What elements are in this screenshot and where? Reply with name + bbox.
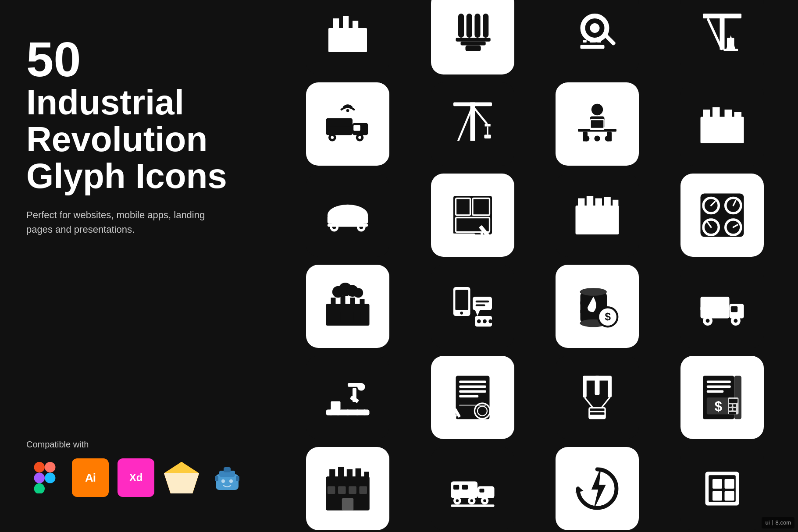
icon-lab-bottles (431, 0, 514, 74)
svg-rect-226 (712, 479, 722, 489)
svg-rect-148 (704, 300, 713, 309)
svg-point-15 (221, 479, 225, 483)
svg-rect-1 (45, 462, 55, 472)
svg-text:$: $ (714, 399, 722, 414)
svg-rect-119 (341, 296, 346, 306)
icon-cell-5-3 (539, 356, 656, 439)
svg-marker-223 (591, 467, 606, 511)
icon-smart-truck (306, 82, 389, 166)
svg-point-135 (488, 319, 492, 323)
svg-rect-85 (328, 224, 368, 227)
svg-rect-74 (734, 112, 741, 120)
svg-point-218 (470, 499, 473, 502)
icon-robotic-assembly (306, 356, 389, 439)
right-panel: $ (272, 0, 798, 532)
svg-rect-99 (578, 213, 585, 220)
svg-rect-98 (613, 200, 618, 208)
compatible-section: Compatible with Ai (26, 413, 246, 497)
icon-crane-cargo (556, 356, 639, 439)
svg-rect-59 (484, 135, 491, 138)
svg-rect-193 (729, 404, 732, 407)
svg-rect-186 (707, 381, 731, 383)
svg-rect-101 (597, 213, 605, 220)
svg-rect-227 (724, 479, 734, 489)
icon-cell-5-4: $ (664, 356, 781, 439)
icon-cell-1-1 (289, 0, 406, 74)
svg-rect-72 (712, 107, 720, 120)
illustrator-icon: Ai (72, 458, 109, 497)
svg-rect-192 (729, 399, 737, 403)
icon-cell-6-1 (289, 447, 406, 530)
svg-marker-9 (164, 462, 199, 473)
svg-rect-43 (723, 49, 738, 51)
svg-rect-128 (473, 297, 492, 310)
svg-rect-205 (328, 486, 335, 494)
svg-rect-30 (465, 46, 481, 51)
icon-cell-5-2 (414, 356, 531, 439)
svg-rect-100 (588, 213, 595, 220)
tool-icons-row: Ai Xd (26, 458, 246, 497)
svg-rect-23 (355, 38, 363, 47)
svg-rect-26 (474, 14, 480, 38)
svg-point-159 (362, 410, 367, 415)
svg-rect-71 (703, 110, 710, 119)
svg-point-60 (591, 104, 603, 115)
svg-rect-29 (460, 42, 485, 46)
svg-point-163 (357, 383, 365, 391)
icon-cell-1-3 (539, 0, 656, 74)
svg-marker-8 (164, 473, 199, 493)
svg-rect-149 (715, 300, 725, 309)
icon-partial-box (680, 447, 764, 530)
svg-rect-166 (459, 381, 486, 383)
svg-rect-123 (341, 312, 348, 322)
svg-point-137 (580, 288, 607, 296)
svg-rect-66 (591, 120, 604, 128)
svg-line-180 (602, 397, 610, 407)
svg-rect-214 (479, 489, 484, 493)
icon-mobile-iot (431, 265, 514, 348)
svg-point-69 (605, 135, 611, 141)
svg-rect-164 (331, 401, 341, 410)
compatible-label: Compatible with (26, 440, 246, 450)
svg-point-133 (477, 319, 481, 323)
icon-construction-crane (431, 82, 514, 166)
svg-point-68 (595, 135, 600, 141)
svg-rect-33 (603, 33, 616, 46)
svg-point-32 (590, 23, 600, 33)
icon-industrial-building (680, 82, 764, 166)
svg-point-127 (460, 312, 463, 315)
subtitle: Perfect for websites, mobile apps, landi… (26, 208, 228, 237)
icons-grid: $ (281, 0, 789, 532)
icon-cell-1-4 (664, 0, 781, 74)
svg-rect-25 (466, 14, 472, 38)
svg-rect-213 (462, 485, 468, 489)
svg-rect-118 (331, 298, 336, 306)
svg-point-16 (229, 479, 233, 483)
svg-rect-75 (702, 127, 711, 139)
svg-rect-178 (608, 378, 612, 397)
svg-rect-183 (590, 412, 605, 415)
icon-cell-2-2 (414, 82, 531, 166)
svg-point-151 (705, 319, 709, 323)
icon-cell-4-1 (289, 265, 406, 348)
icon-oil-price: $ (556, 265, 639, 348)
icon-tanker-train (306, 174, 389, 257)
icon-cell-2-3 (539, 82, 656, 166)
svg-point-49 (331, 136, 334, 139)
icon-contract (431, 356, 514, 439)
icon-factory-windows (556, 174, 639, 257)
svg-rect-187 (707, 386, 731, 388)
icon-assembly-line (431, 447, 514, 530)
svg-point-134 (483, 319, 487, 323)
svg-rect-47 (353, 125, 360, 131)
svg-rect-212 (453, 485, 459, 489)
svg-rect-196 (733, 408, 736, 411)
title-line3: Glyph Icons (26, 158, 246, 195)
svg-rect-103 (592, 225, 602, 234)
svg-marker-129 (475, 310, 480, 316)
svg-rect-13 (215, 476, 218, 481)
svg-rect-182 (590, 408, 605, 411)
watermark-text: ui丨8.com (762, 517, 794, 528)
icon-cell-6-3 (539, 447, 656, 530)
svg-rect-208 (360, 486, 367, 494)
